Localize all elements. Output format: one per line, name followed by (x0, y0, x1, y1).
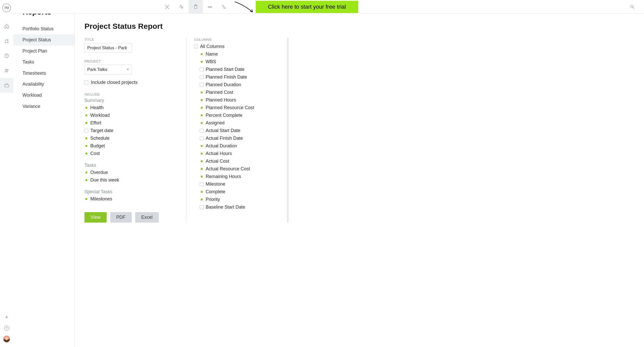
summary-checkbox-effort[interactable] (85, 121, 88, 125)
column-checkbox-planned-resource-cost[interactable] (200, 106, 203, 109)
column-checkbox-planned-start-date[interactable] (200, 68, 204, 71)
column-checkbox-planned-hours[interactable] (200, 98, 203, 102)
rail-team[interactable] (0, 63, 13, 78)
title-input[interactable] (84, 43, 132, 53)
columns-scrollbar[interactable] (287, 38, 289, 223)
column-label-priority[interactable]: Priority (206, 196, 220, 203)
column-checkbox-actual-hours[interactable] (200, 152, 203, 155)
user-avatar[interactable] (3, 336, 10, 342)
column-label-wbs[interactable]: WBS (206, 58, 216, 65)
rail-recent[interactable] (0, 48, 13, 63)
tasks-label-due-this-week[interactable]: Due this week (90, 177, 119, 184)
rail-home[interactable] (0, 19, 13, 34)
column-checkbox-planned-duration[interactable] (200, 83, 204, 87)
tasks-checkbox-due-this-week[interactable] (85, 178, 88, 182)
column-checkbox-priority[interactable] (200, 198, 203, 201)
column-label-actual-finish-date[interactable]: Actual Finish Date (206, 135, 243, 142)
rail-add[interactable]: + (5, 314, 8, 320)
special-label-milestones[interactable]: Milestones (90, 196, 112, 202)
summary-checkbox-schedule[interactable] (85, 137, 88, 140)
column-label-remaining-hours[interactable]: Remaining Hours (206, 173, 241, 180)
column-checkbox-remaining-hours[interactable] (200, 175, 203, 178)
column-label-actual-resource-cost[interactable]: Actual Resource Cost (206, 165, 250, 172)
column-checkbox-actual-finish-date[interactable] (200, 136, 204, 140)
column-checkbox-milestone[interactable] (200, 182, 204, 186)
column-label-actual-start-date[interactable]: Actual Start Date (206, 127, 240, 134)
summary-label-budget[interactable]: Budget (90, 143, 105, 149)
top-link[interactable] (203, 0, 217, 14)
summary-checkbox-target-date[interactable] (84, 129, 88, 133)
column-label-actual-duration[interactable]: Actual Duration (206, 143, 237, 149)
column-label-actual-hours[interactable]: Actual Hours (206, 150, 232, 157)
column-label-planned-start-date[interactable]: Planned Start Date (206, 66, 244, 73)
all-columns-label[interactable]: All Columns (200, 43, 225, 50)
column-label-planned-duration[interactable]: Planned Duration (206, 81, 241, 88)
rail-portfolio[interactable] (0, 78, 13, 93)
column-checkbox-name[interactable] (200, 53, 203, 56)
sidebar-item-portfolio-status[interactable]: Portfolio Status (13, 23, 75, 34)
summary-label-effort[interactable]: Effort (90, 120, 101, 126)
summary-checkbox-workload[interactable] (85, 114, 88, 117)
column-label-assigned[interactable]: Assigned (206, 120, 225, 126)
rail-notifications[interactable] (0, 34, 13, 48)
column-checkbox-actual-duration[interactable] (200, 144, 203, 148)
sidebar-item-project-status[interactable]: Project Status (13, 34, 75, 45)
top-activity[interactable] (174, 0, 189, 14)
top-reports[interactable] (189, 0, 203, 14)
project-select[interactable]: Park Talks (84, 65, 132, 74)
cta-button[interactable]: Click here to start your free trial (256, 1, 358, 13)
summary-checkbox-budget[interactable] (85, 144, 88, 148)
summary-label-cost[interactable]: Cost (90, 150, 100, 157)
column-checkbox-actual-resource-cost[interactable] (200, 167, 203, 171)
column-label-baseline-start-date[interactable]: Baseline Start Date (206, 204, 245, 211)
summary-label-schedule[interactable]: Schedule (90, 135, 109, 142)
summary-checkbox-health[interactable] (85, 106, 88, 109)
top-overview[interactable] (160, 0, 174, 14)
column-label-actual-cost[interactable]: Actual Cost (206, 158, 229, 165)
column-checkbox-actual-cost[interactable] (200, 160, 203, 163)
summary-label-health[interactable]: Health (90, 104, 104, 111)
column-checkbox-actual-start-date[interactable] (200, 129, 204, 133)
clipboard-icon (193, 4, 198, 9)
include-closed-checkbox[interactable] (84, 81, 88, 84)
excel-button[interactable]: Excel (135, 212, 159, 223)
tasks-checkbox-overdue[interactable] (85, 171, 88, 174)
column-label-complete[interactable]: Complete (206, 188, 225, 195)
column-label-name[interactable]: Name (206, 51, 218, 58)
sidebar-item-project-plan[interactable]: Project Plan (13, 46, 75, 57)
app-logo[interactable]: PM (2, 4, 11, 12)
column-checkbox-complete[interactable] (200, 190, 203, 194)
chevron-down-icon (127, 69, 129, 70)
rail-help[interactable]: ? (4, 326, 9, 331)
summary-label-target-date[interactable]: Target date (90, 127, 113, 134)
column-label-percent-complete[interactable]: Percent Complete (206, 112, 242, 119)
include-closed-label[interactable]: Include closed projects (91, 79, 138, 86)
column-checkbox-percent-complete[interactable] (200, 114, 203, 117)
top-gantt[interactable] (217, 0, 231, 14)
column-label-milestone[interactable]: Milestone (206, 181, 225, 188)
top-search[interactable] (625, 0, 639, 14)
summary-checkbox-cost[interactable] (85, 152, 88, 155)
column-checkbox-planned-finish-date[interactable] (200, 75, 204, 79)
sidebar-item-tasks[interactable]: Tasks (13, 57, 75, 68)
view-button[interactable]: View (84, 212, 107, 223)
column-label-planned-finish-date[interactable]: Planned Finish Date (206, 74, 247, 81)
column-checkbox-wbs[interactable] (200, 60, 203, 63)
svg-point-3 (7, 69, 8, 70)
sidebar-item-variance[interactable]: Variance (13, 101, 75, 112)
column-label-planned-hours[interactable]: Planned Hours (206, 97, 236, 104)
tasks-label-overdue[interactable]: Overdue (90, 169, 108, 176)
column-label-planned-cost[interactable]: Planned Cost (206, 89, 233, 96)
summary-label-workload[interactable]: Workload (90, 112, 110, 119)
sidebar-item-timesheets[interactable]: Timesheets (13, 68, 75, 79)
pdf-button[interactable]: PDF (110, 212, 132, 223)
special-header: Special Tasks (84, 189, 178, 195)
column-checkbox-baseline-start-date[interactable] (200, 205, 204, 209)
all-columns-checkbox[interactable] (194, 45, 198, 48)
sidebar-item-availability[interactable]: Availability (13, 79, 75, 90)
column-checkbox-planned-cost[interactable] (200, 91, 203, 94)
sidebar-item-workload[interactable]: Workload (13, 90, 75, 101)
special-checkbox-milestones[interactable] (85, 197, 88, 201)
column-label-planned-resource-cost[interactable]: Planned Resource Cost (206, 104, 254, 111)
column-checkbox-assigned[interactable] (200, 121, 203, 125)
